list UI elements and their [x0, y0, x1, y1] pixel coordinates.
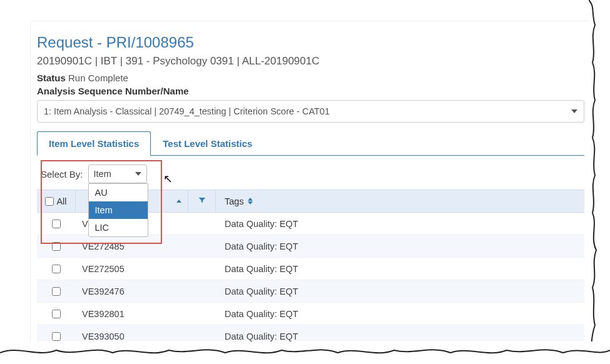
- page-title: Request - PRI/1008965: [37, 34, 584, 51]
- row-tags: Data Quality: EQT: [216, 264, 584, 274]
- row-spacer: [188, 258, 216, 280]
- table-row: VE392476Data Quality: EQT: [37, 280, 584, 303]
- row-tags: Data Quality: EQT: [216, 219, 584, 229]
- tabs: Item Level Statistics Test Level Statist…: [37, 131, 584, 156]
- select-by-option-lic[interactable]: LIC: [89, 219, 148, 236]
- tab-item-level[interactable]: Item Level Statistics: [37, 131, 151, 156]
- chevron-down-icon: [135, 172, 141, 176]
- row-item-id: VE272485: [76, 235, 188, 257]
- checkbox-all[interactable]: [45, 197, 54, 206]
- status-line: Status Run Complete: [37, 73, 584, 83]
- select-by-dropdown[interactable]: Item AU Item LIC: [88, 164, 147, 183]
- row-item-id: VE392476: [76, 280, 188, 302]
- select-by-option-item[interactable]: Item: [89, 201, 148, 219]
- row-spacer: [188, 213, 216, 235]
- select-by-label: Select By:: [41, 169, 83, 179]
- row-checkbox-cell: [37, 213, 76, 235]
- row-tags: Data Quality: EQT: [216, 241, 584, 251]
- row-checkbox-cell: [37, 325, 76, 347]
- select-by-value: Item: [94, 169, 111, 179]
- header-filter[interactable]: [188, 190, 216, 212]
- sequence-select[interactable]: 1: Item Analysis - Classical | 20749_4_t…: [37, 100, 584, 123]
- sort-icon: [248, 198, 253, 205]
- main-panel: Request - PRI/1008965 20190901C | IBT | …: [30, 21, 591, 364]
- tab-test-level[interactable]: Test Level Statistics: [151, 131, 264, 155]
- row-checkbox[interactable]: [52, 242, 61, 251]
- header-tags[interactable]: Tags: [216, 196, 584, 206]
- table-row: VE272505Data Quality: EQT: [37, 258, 584, 280]
- header-tags-label: Tags: [225, 196, 244, 206]
- torn-edge-right: [589, 0, 610, 364]
- header-all-label: All: [56, 196, 66, 206]
- row-tags: Data Quality: EQT: [216, 331, 584, 341]
- row-spacer: [188, 235, 216, 257]
- status-label: Status: [37, 73, 66, 83]
- row-checkbox[interactable]: [52, 332, 61, 341]
- row-checkbox[interactable]: [52, 265, 61, 273]
- row-checkbox[interactable]: [52, 220, 61, 228]
- header-checkbox-all[interactable]: All: [37, 190, 76, 212]
- sort-icon: [176, 200, 181, 203]
- row-checkbox[interactable]: [52, 310, 61, 318]
- controls-row: Select By: Item AU Item LIC: [37, 156, 584, 190]
- row-tags: Data Quality: EQT: [216, 309, 584, 319]
- row-spacer: [188, 303, 216, 325]
- select-by-option-au[interactable]: AU: [89, 184, 148, 201]
- row-item-id: VE392801: [76, 303, 188, 325]
- sequence-label: Analysis Sequence Number/Name: [37, 86, 584, 96]
- table-row: VE272485Data Quality: EQT: [37, 235, 584, 258]
- row-checkbox-cell: [37, 235, 76, 257]
- row-item-id: VE272505: [76, 258, 188, 280]
- row-checkbox-cell: [37, 258, 76, 280]
- chevron-down-icon: [571, 109, 577, 113]
- page-subtitle: 20190901C | IBT | 391 - Psychology 0391 …: [37, 55, 584, 68]
- row-checkbox-cell: [37, 280, 76, 302]
- table-row: VE393050Data Quality: EQT: [37, 325, 584, 348]
- row-item-id: VE393050: [76, 325, 188, 347]
- filter-icon: [198, 196, 206, 206]
- table-row: VE392801Data Quality: EQT: [37, 303, 584, 325]
- row-spacer: [188, 280, 216, 302]
- row-spacer: [188, 325, 216, 347]
- row-checkbox-cell: [37, 303, 76, 325]
- row-checkbox[interactable]: [52, 287, 61, 296]
- sequence-select-value: 1: Item Analysis - Classical | 20749_4_t…: [44, 106, 330, 116]
- status-value: Run Complete: [68, 73, 128, 83]
- select-by-dropdown-menu: AU Item LIC: [88, 183, 148, 237]
- row-tags: Data Quality: EQT: [216, 286, 584, 296]
